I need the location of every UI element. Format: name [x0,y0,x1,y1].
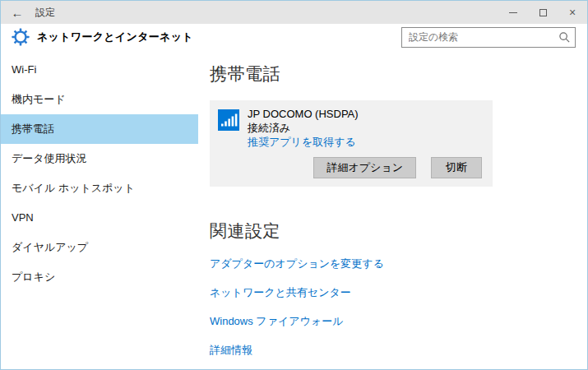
back-button[interactable]: ← [1,1,34,24]
windows-firewall-link[interactable]: Windows ファイアウォール [210,314,587,329]
maximize-button[interactable] [528,1,558,24]
connection-text: JP DOCOMO (HSDPA) 接続済み 推奨アプリを取得する [248,107,359,150]
cellular-connection-card: JP DOCOMO (HSDPA) 接続済み 推奨アプリを取得する 詳細オプショ… [210,100,493,187]
sidebar-item-proxy[interactable]: プロキシ [1,262,198,292]
window-controls: × [498,1,587,24]
change-adapter-options-link[interactable]: アダプターのオプションを変更する [210,257,587,271]
settings-window: { "titlebar": { "title": "設定", "back_ico… [0,0,588,370]
search-icon[interactable] [558,31,571,44]
sidebar-item-mobile-hotspot[interactable]: モバイル ホットスポット [1,173,198,203]
body: Wi-Fi 機内モード 携帯電話 データ使用状況 モバイル ホットスポット VP… [1,50,587,369]
cellular-signal-icon [218,109,239,131]
close-button[interactable]: × [558,1,587,24]
search-input[interactable] [401,27,576,48]
advanced-options-button[interactable]: 詳細オプション [313,157,416,178]
titlebar: ← 設定 × [1,1,587,24]
gear-icon [12,28,30,46]
connection-row: JP DOCOMO (HSDPA) 接続済み 推奨アプリを取得する [218,107,482,150]
related-settings-title: 関連設定 [210,220,587,243]
sidebar: Wi-Fi 機内モード 携帯電話 データ使用状況 モバイル ホットスポット VP… [1,50,198,369]
connection-status: 接続済み [248,121,359,135]
network-sharing-center-link[interactable]: ネットワークと共有センター [210,285,587,300]
more-info-link[interactable]: 詳細情報 [210,343,587,358]
minimize-button[interactable] [498,1,528,24]
section-title-cellular: 携帯電話 [210,62,587,86]
minimize-icon [509,12,517,13]
related-links: アダプターのオプションを変更する ネットワークと共有センター Windows フ… [210,257,587,358]
header: ネットワークとインターネット [1,24,587,50]
disconnect-button[interactable]: 切断 [431,157,482,178]
window-title: 設定 [35,6,55,20]
sidebar-item-dialup[interactable]: ダイヤルアップ [1,233,198,262]
main-content: 携帯電話 JP DOCOMO (HSDPA) 接続済み 推奨アプリを取得する [198,50,587,369]
page-title: ネットワークとインターネット [37,30,193,44]
network-name: JP DOCOMO (HSDPA) [248,107,359,121]
get-recommended-app-link[interactable]: 推奨アプリを取得する [248,135,359,150]
sidebar-item-vpn[interactable]: VPN [1,203,198,233]
sidebar-item-wifi[interactable]: Wi-Fi [1,55,198,85]
search-box [401,27,576,48]
back-arrow-icon: ← [12,6,24,20]
sidebar-item-cellular[interactable]: 携帯電話 [1,114,198,144]
sidebar-item-airplane-mode[interactable]: 機内モード [1,85,198,114]
card-buttons: 詳細オプション 切断 [218,157,482,178]
maximize-icon [539,9,547,16]
close-icon: × [569,7,576,18]
sidebar-item-data-usage[interactable]: データ使用状況 [1,144,198,173]
